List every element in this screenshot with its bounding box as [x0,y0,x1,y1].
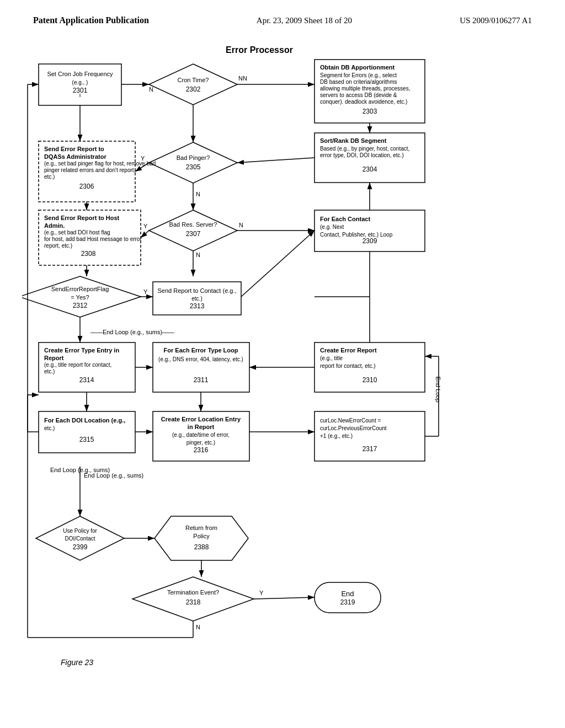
svg-text:2388: 2388 [194,543,209,551]
svg-text:servers to access DB (devide &: servers to access DB (devide & [320,92,397,98]
svg-text:(e.g., title: (e.g., title [320,355,343,361]
svg-text:allowing multiple threads, pro: allowing multiple threads, processes, [320,85,410,92]
svg-text:Bad Pinger?: Bad Pinger? [177,154,210,161]
svg-text:Return from: Return from [185,524,217,531]
svg-text:N: N [196,251,200,258]
svg-text:Error Processor: Error Processor [226,45,293,55]
svg-text:2308: 2308 [81,250,96,258]
svg-text:N: N [238,75,243,82]
svg-text:2311: 2311 [194,376,209,384]
svg-text:error type, DOI, DOI location,: error type, DOI, DOI location, etc.) [320,152,404,158]
svg-text:pinger, etc.): pinger, etc.) [186,440,215,446]
svg-text:Send Error Report to: Send Error Report to [44,146,104,152]
page-header: Patent Application Publication Apr. 23, … [0,0,565,31]
svg-text:2315: 2315 [79,436,94,443]
svg-text:2304: 2304 [363,165,377,173]
svg-text:DB based on criteria/algorithm: DB based on criteria/algorithms [320,79,397,85]
svg-text:2305: 2305 [186,163,201,171]
svg-text:Create Error Report: Create Error Report [320,347,377,354]
svg-text:(e.g., set bad DOI host flag: (e.g., set bad DOI host flag [44,229,110,235]
svg-text:Sort/Rank DB Segment: Sort/Rank DB Segment [320,137,387,144]
svg-text:for host, add bad Host message: for host, add bad Host message to error [44,236,142,242]
svg-text:N: N [149,86,153,93]
svg-text:Y: Y [259,590,264,596]
svg-text:etc.): etc.) [44,425,55,431]
svg-text:SendErrorReportFlag: SendErrorReportFlag [51,286,109,292]
svg-text:Y: Y [143,288,148,295]
svg-text:Contact, Publisher, etc.) Loop: Contact, Publisher, etc.) Loop [320,232,393,238]
svg-text:DOI/Contact: DOI/Contact [65,536,95,542]
svg-text:Send Error Report to Host: Send Error Report to Host [44,215,120,221]
svg-text:2399: 2399 [73,543,88,551]
svg-text:2316: 2316 [194,446,209,454]
svg-text:Y: Y [141,155,145,162]
svg-text:2317: 2317 [363,445,377,453]
svg-text:etc.): etc.) [191,296,202,302]
svg-text:For Each DOI Location (e.g.,: For Each DOI Location (e.g., [44,417,125,424]
svg-text:(e.g., set bad pinger flag for: (e.g., set bad pinger flag for host, rem… [44,160,156,167]
svg-text:Use Policy for: Use Policy for [63,528,97,534]
svg-text:End Loop (e.g., sums): End Loop (e.g., sums) [84,472,143,479]
svg-text:Create Error Location Entry: Create Error Location Entry [161,416,241,422]
svg-line-114 [141,231,149,238]
svg-text:Based (e.g., by pinger, host, : Based (e.g., by pinger, host, contact, [320,146,409,152]
svg-text:N: N [239,222,243,228]
header-date-sheet: Apr. 23, 2009 Sheet 18 of 20 [257,16,352,25]
svg-text:Termination Event?: Termination Event? [167,589,219,596]
svg-text:2319: 2319 [340,598,355,606]
svg-text:2303: 2303 [363,108,377,115]
svg-text:For Each Contact: For Each Contact [320,216,370,222]
svg-text:2306: 2306 [79,183,94,190]
svg-text:report, etc.): report, etc.) [44,243,72,249]
svg-text:Bad Res. Server?: Bad Res. Server? [169,221,217,228]
svg-text:Segment for Errors (e.g., sele: Segment for Errors (e.g., select [320,72,397,78]
svg-text:For Each Error Type Loop: For Each Error Type Loop [164,347,238,354]
svg-text:Obtain DB Apportionment: Obtain DB Apportionment [320,64,395,71]
svg-text:(e.g., DNS error, 404, latency: (e.g., DNS error, 404, latency, etc.) [158,356,243,362]
svg-text:——End Loop (e.g., sums)——: ——End Loop (e.g., sums)—— [90,329,174,335]
svg-text:etc.): etc.) [44,174,55,180]
svg-text:(e.g., ): (e.g., ) [72,79,88,85]
svg-text:(e.g., title report for contac: (e.g., title report for contact, [44,362,111,368]
svg-text:report for contact, etc.): report for contact, etc.) [320,363,376,369]
svg-text:End: End [341,590,354,598]
svg-text:2313: 2313 [190,302,205,310]
svg-text:End Loop: End Loop [435,376,441,402]
svg-text:Admin.: Admin. [44,222,65,229]
svg-text:(e.g., date/time of error,: (e.g., date/time of error, [172,432,230,438]
svg-text:2314: 2314 [79,376,94,384]
flowchart-svg: Error Processor Set Cron Job Frequency (… [22,36,543,698]
svg-text:Policy: Policy [193,533,210,539]
svg-marker-8 [149,64,237,105]
svg-text:2310: 2310 [363,376,377,384]
svg-line-123 [241,231,315,297]
svg-text:= Yes?: = Yes? [71,294,89,301]
svg-text:curLoc.NewErrorCount =: curLoc.NewErrorCount = [320,417,381,424]
svg-text:Report: Report [44,355,64,361]
svg-text:curLoc.PreviousErrorCount: curLoc.PreviousErrorCount [320,425,387,431]
svg-text:pinger related errors and don': pinger related errors and don't report, [44,167,135,173]
svg-text:N: N [196,191,200,197]
diagram-area: Error Processor Set Cron Job Frequency (… [0,31,565,704]
svg-text:Figure 23: Figure 23 [61,658,93,667]
svg-marker-24 [149,142,237,183]
svg-text:(e.g. Next: (e.g. Next [320,224,344,230]
header-patent-number: US 2009/0106277 A1 [460,16,532,25]
svg-text:2309: 2309 [363,237,377,245]
svg-text:2301: 2301 [73,87,88,94]
svg-text:Send Report to Contact (e.g.,: Send Report to Contact (e.g., [157,287,236,294]
svg-text:in Report: in Report [188,424,215,430]
svg-text:Set Cron Job Frequency: Set Cron Job Frequency [47,71,113,77]
svg-text:Y: Y [143,223,148,229]
svg-text:conquer). deadlock avoidence, : conquer). deadlock avoidence, etc.) [320,99,407,105]
svg-text:2302: 2302 [186,85,201,93]
svg-line-144 [254,597,315,599]
svg-text:etc.): etc.) [44,368,55,374]
svg-text:N: N [243,75,247,82]
svg-text:Cron Time?: Cron Time? [178,77,209,83]
svg-text:Create Error Type Entry in: Create Error Type Entry in [44,347,119,354]
header-publication: Patent Application Publication [33,15,149,25]
svg-text:2312: 2312 [73,302,88,309]
svg-text:+1 (e.g., etc.): +1 (e.g., etc.) [320,433,353,439]
svg-text:2318: 2318 [186,598,201,606]
